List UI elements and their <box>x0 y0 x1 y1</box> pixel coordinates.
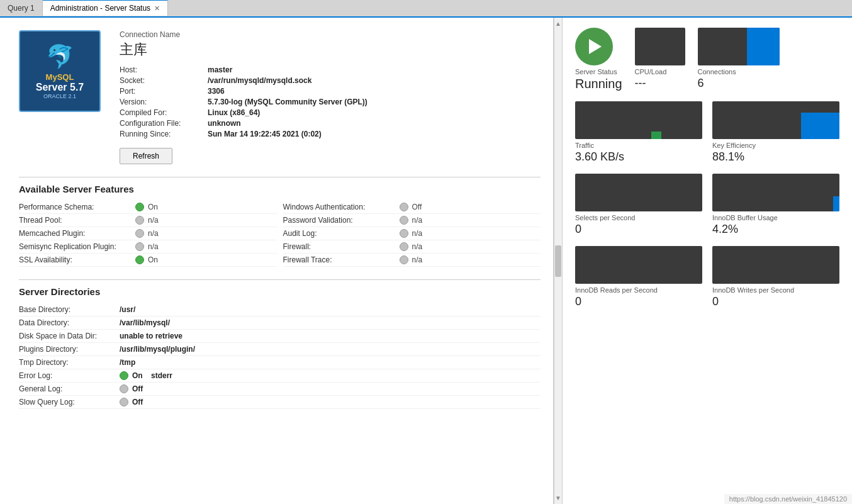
feature-audit-log-value: n/a <box>412 229 423 238</box>
feature-windows-auth: Windows Authentication: Off <box>283 201 541 214</box>
feature-firewall-trace-value: n/a <box>412 255 423 264</box>
features-grid: Performance Schema: On Thread Pool: n/a … <box>19 201 541 267</box>
slow-query-indicator <box>120 398 128 406</box>
feature-ssl-value: On <box>148 255 158 264</box>
tab-admin-label: Administration - Server Status <box>50 4 150 13</box>
server-info-top: 🐬 MySQL Server 5.7 ORACLE 2.1 Connection… <box>19 30 541 164</box>
connections-chart <box>698 28 780 65</box>
server-status-label: Server Status <box>575 68 617 76</box>
dir-error-log-label: Error Log: <box>19 371 120 380</box>
features-title: Available Server Features <box>19 184 541 194</box>
feature-semisync: Semisync Replication Plugin: n/a <box>19 240 277 254</box>
innodb-buffer-bar <box>833 196 839 211</box>
key-efficiency-value: 88.1% <box>712 150 839 164</box>
dir-data: Data Directory: /var/lib/mysql/ <box>19 316 541 330</box>
dir-disk-label: Disk Space in Data Dir: <box>19 332 120 340</box>
feature-firewall-trace-indicator <box>400 255 408 264</box>
config-label: Configuration File: <box>120 119 208 128</box>
mysql-sub: ORACLE 2.1 <box>43 93 76 99</box>
innodb-reads-label: InnoDB Reads per Second <box>575 286 702 294</box>
close-icon[interactable]: ✕ <box>154 4 160 13</box>
right-panel: Server Status Running CPU/Load --- Conne… <box>563 18 852 504</box>
refresh-button[interactable]: Refresh <box>120 148 172 164</box>
tab-query1[interactable]: Query 1 <box>0 0 43 16</box>
features-left: Performance Schema: On Thread Pool: n/a … <box>19 201 277 267</box>
key-efficiency-card: Key Efficiency 88.1% <box>712 101 839 164</box>
selects-card: Selects per Second 0 <box>575 174 702 236</box>
feature-firewall-indicator <box>400 242 408 251</box>
innodb-buffer-chart <box>712 174 839 211</box>
traffic-bar-small <box>651 132 661 139</box>
innodb-reads-value: 0 <box>575 295 702 308</box>
connection-name-label: Connection Name <box>120 30 541 39</box>
mysql-version: Server 5.7 <box>36 82 84 93</box>
connections-value: 6 <box>698 77 704 90</box>
connection-name-value: 主库 <box>120 40 541 59</box>
feature-pwd-validation: Password Validation: n/a <box>283 214 541 227</box>
port-value: 3306 <box>208 87 225 96</box>
scrollbar[interactable]: ▲ ▼ <box>554 18 563 504</box>
directories-title: Server Directories <box>19 286 541 297</box>
traffic-chart <box>575 101 702 139</box>
cpu-load-chart <box>635 28 685 65</box>
socket-value: /var/run/mysqld/mysqld.sock <box>208 76 311 85</box>
feature-semisync-indicator <box>135 242 144 251</box>
host-value: master <box>208 65 232 74</box>
port-label: Port: <box>120 87 208 96</box>
feature-audit-log-label: Audit Log: <box>283 229 400 238</box>
version-label: Version: <box>120 98 208 106</box>
compiled-label: Compiled For: <box>120 108 208 117</box>
feature-thread-pool-indicator <box>135 216 144 225</box>
socket-label: Socket: <box>120 76 208 85</box>
traffic-value: 3.60 KB/s <box>575 150 702 164</box>
dir-general-log-value: Off <box>132 384 143 393</box>
feature-perf-schema-value: On <box>148 203 158 211</box>
feature-semisync-value: n/a <box>148 242 159 251</box>
directories-section: Server Directories Base Directory: /usr/… <box>19 279 541 409</box>
host-row: Host: master <box>120 65 541 74</box>
scroll-thumb[interactable] <box>555 245 561 277</box>
connections-bar <box>747 28 780 65</box>
tab-query1-label: Query 1 <box>8 4 35 13</box>
innodb-reads-chart <box>575 246 702 284</box>
dir-slow-query-value: Off <box>132 398 143 406</box>
server-status-value: Running <box>575 77 622 91</box>
general-log-indicator <box>120 384 128 393</box>
feature-semisync-label: Semisync Replication Plugin: <box>19 242 135 251</box>
feature-ssl-indicator <box>135 255 144 264</box>
feature-audit-log-indicator <box>400 229 408 238</box>
innodb-buffer-value: 4.2% <box>712 223 839 236</box>
feature-windows-auth-value: Off <box>412 203 422 211</box>
left-panel: 🐬 MySQL Server 5.7 ORACLE 2.1 Connection… <box>0 18 554 504</box>
scroll-down-icon[interactable]: ▼ <box>555 495 561 501</box>
selects-chart <box>575 174 702 211</box>
tab-admin[interactable]: Administration - Server Status ✕ <box>43 0 168 16</box>
feature-ssl: SSL Availability: On <box>19 254 277 267</box>
dir-plugins-label: Plugins Directory: <box>19 345 120 354</box>
dir-base-label: Base Directory: <box>19 305 120 314</box>
mysql-brand: MySQL <box>46 72 74 82</box>
feature-pwd-validation-label: Password Validation: <box>283 216 400 225</box>
dir-tmp-label: Tmp Directory: <box>19 358 120 367</box>
cpu-load-value: --- <box>635 77 646 90</box>
connections-label: Connections <box>698 68 736 76</box>
tab-bar: Query 1 Administration - Server Status ✕ <box>0 0 852 18</box>
feature-perf-schema-label: Performance Schema: <box>19 203 135 211</box>
feature-firewall-value: n/a <box>412 242 423 251</box>
config-row: Configuration File: unknown <box>120 119 541 128</box>
dir-base: Base Directory: /usr/ <box>19 303 541 316</box>
dir-error-log: Error Log: On stderr <box>19 369 541 383</box>
feature-firewall-trace-label: Firewall Trace: <box>283 255 400 264</box>
running-value: Sun Mar 14 19:22:45 2021 (0:02) <box>208 130 322 138</box>
dir-tmp: Tmp Directory: /tmp <box>19 356 541 369</box>
innodb-writes-chart <box>712 246 839 284</box>
feature-memcached: Memcached Plugin: n/a <box>19 227 277 240</box>
innodb-writes-value: 0 <box>712 295 839 308</box>
dolphin-icon: 🐬 <box>46 43 74 70</box>
dir-slow-query-label: Slow Query Log: <box>19 398 120 406</box>
dir-general-log-label: General Log: <box>19 384 120 393</box>
feature-firewall: Firewall: n/a <box>283 240 541 254</box>
feature-thread-pool: Thread Pool: n/a <box>19 214 277 227</box>
scroll-up-icon[interactable]: ▲ <box>555 20 561 27</box>
key-efficiency-chart <box>712 101 839 139</box>
